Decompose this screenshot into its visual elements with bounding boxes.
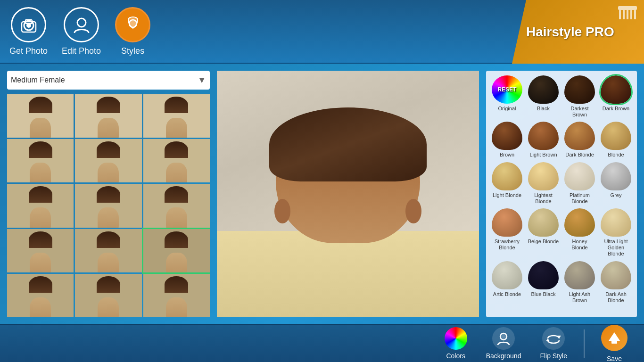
darkest-brown-swatch [564,75,595,104]
color-black[interactable]: Black [527,75,560,118]
bottom-toolbar: Colors Background Flip Style [0,324,644,362]
header-nav: Get Photo Edit Photo Styles [9,7,150,56]
style-category-dropdown[interactable]: Medium Female ▼ [7,71,210,90]
light-blonde-swatch [492,162,522,190]
color-beige-blonde[interactable]: Beige Blonde [527,208,560,257]
color-light-ash-brown[interactable]: Light Ash Brown [563,261,596,304]
style-cell-65[interactable]: 65 [75,274,141,317]
dark-blonde-label: Dark Blonde [565,152,594,158]
nav-styles-label: Styles [121,46,144,56]
color-dark-blonde[interactable]: Dark Blonde [563,122,596,158]
dark-ash-blonde-label: Dark Ash Blonde [600,291,632,304]
strawberry-blonde-label: Strawberry Blonde [491,239,523,251]
nav-edit-photo-label: Edit Photo [62,46,101,56]
color-original-label: Original [498,106,516,112]
flip-style-label: Flip Style [540,352,567,360]
style-cell-63[interactable]: ✓ [143,229,210,272]
color-platinum-blonde[interactable]: Platinum Blonde [563,162,596,205]
brand-area: Hairstyle PRO [512,0,644,64]
color-light-brown[interactable]: Light Brown [527,122,560,158]
style-cell-57[interactable]: 57 [143,139,210,182]
light-brown-swatch [528,122,559,150]
color-artic-blonde[interactable]: Artic Blonde [491,261,523,304]
dark-blonde-swatch [564,122,595,150]
selected-color-check: ✓ [601,75,631,84]
background-label: Background [486,352,521,360]
dark-brown-swatch: ✓ [601,75,631,104]
style-cell-60[interactable]: 60 [143,184,210,227]
main-photo-view [217,71,479,317]
svg-rect-16 [611,341,617,344]
svg-rect-10 [630,10,632,19]
reset-swatch: RESET [492,75,522,104]
color-ultra-light-golden-blonde[interactable]: Ultra Light Golden Blonde [600,208,632,257]
color-dark-brown[interactable]: ✓ Dark Brown [600,75,632,118]
honey-blonde-label: Honey Blonde [563,239,596,251]
nav-styles[interactable]: Styles [115,7,150,56]
black-label: Black [537,106,550,112]
app-header: Get Photo Edit Photo Styles Hairstyle P [0,0,644,64]
style-cell-62[interactable]: 62 [75,229,141,272]
color-brown[interactable]: Brown [491,122,523,158]
style-cell-above-55[interactable] [7,94,74,138]
color-blue-black[interactable]: Blue Black [527,261,560,304]
artic-blonde-label: Artic Blonde [493,291,521,297]
brown-label: Brown [500,152,514,158]
color-honey-blonde[interactable]: Honey Blonde [563,208,596,257]
color-grey[interactable]: Grey [600,162,632,205]
reset-label: RESET [497,86,516,93]
strawberry-blonde-swatch [492,208,522,237]
dropdown-arrow-icon: ▼ [198,75,206,85]
brand-text: Hairstyle PRO [526,25,614,40]
light-ash-brown-swatch [564,261,595,289]
flip-style-button[interactable]: Flip Style [533,325,574,362]
nav-edit-photo[interactable]: Edit Photo [62,7,101,56]
colors-button[interactable]: Colors [438,325,474,362]
honey-blonde-swatch [564,208,595,237]
styles-icon [115,7,150,42]
center-panel [217,71,479,317]
platinum-blonde-swatch [564,162,595,190]
darkest-brown-label: Darkest Brown [563,106,596,118]
style-cell-64[interactable]: 64 [7,274,74,317]
style-grid: 55 56 57 58 59 60 [7,94,210,317]
save-button[interactable]: Save [594,322,635,362]
light-blonde-label: Light Blonde [493,192,521,198]
svg-rect-11 [634,10,636,19]
style-cell-55[interactable]: 55 [7,139,74,182]
svg-rect-8 [623,10,625,19]
color-strawberry-blonde[interactable]: Strawberry Blonde [491,208,523,257]
dark-ash-blonde-swatch [601,261,631,289]
style-cell-58[interactable]: 58 [7,184,74,227]
color-dark-ash-blonde[interactable]: Dark Ash Blonde [600,261,632,304]
color-panel: RESET Original Black Darkest Brown ✓ Dar… [486,71,637,317]
nav-get-photo[interactable]: Get Photo [9,7,48,56]
color-blonde[interactable]: Blonde [600,122,632,158]
light-brown-label: Light Brown [529,152,557,158]
style-cell-66[interactable]: 66 [143,274,210,317]
edit-photo-icon [64,7,99,42]
nav-get-photo-label: Get Photo [9,46,48,56]
camera-icon [11,7,46,42]
toolbar-divider [584,329,585,358]
lightest-blonde-swatch [528,162,559,190]
color-original[interactable]: RESET Original [491,75,523,118]
style-cell-59[interactable]: 59 [75,184,141,227]
style-cell-56[interactable]: 56 [75,139,141,182]
main-content: Medium Female ▼ 55 56 5 [0,64,644,324]
background-button[interactable]: Background [479,325,528,362]
svg-rect-7 [619,10,621,19]
color-darkest-brown[interactable]: Darkest Brown [563,75,596,118]
svg-point-4 [77,18,86,27]
color-lightest-blonde[interactable]: Lightest Blonde [527,162,560,205]
style-cell-above-56[interactable] [75,94,141,138]
artic-blonde-swatch [492,261,522,289]
platinum-blonde-label: Platinum Blonde [563,192,596,205]
colors-icon [445,327,467,350]
svg-marker-15 [609,332,620,341]
style-cell-61[interactable]: 61 [7,229,74,272]
color-light-blonde[interactable]: Light Blonde [491,162,523,205]
brown-swatch [492,122,522,150]
background-icon [492,327,515,350]
style-cell-above-57[interactable] [143,94,210,138]
